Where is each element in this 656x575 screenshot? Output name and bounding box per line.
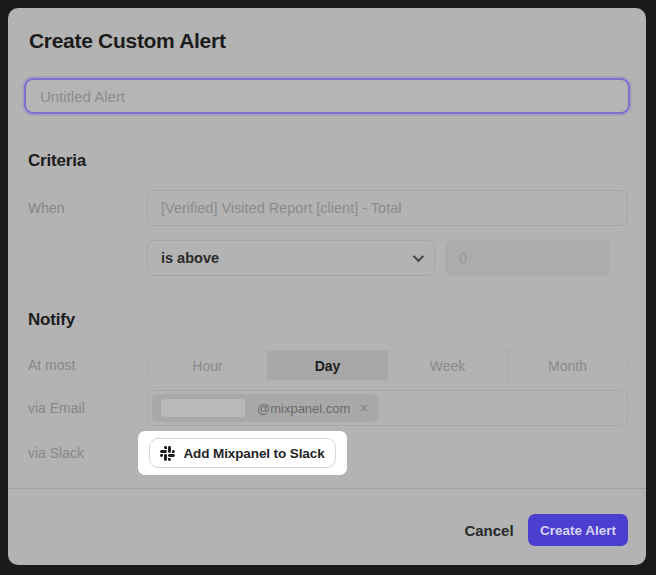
frequency-option-hour[interactable]: Hour (148, 351, 268, 380)
frequency-option-day[interactable]: Day (268, 351, 388, 380)
condition-selected-value: is above (161, 250, 413, 266)
add-mixpanel-to-slack-button[interactable]: Add Mixpanel to Slack (149, 438, 336, 468)
frequency-option-month[interactable]: Month (508, 351, 627, 380)
criteria-heading: Criteria (28, 151, 86, 171)
when-label: When (28, 200, 65, 216)
create-custom-alert-modal: Create Custom Alert Criteria When is abo… (8, 8, 646, 565)
footer-divider (8, 488, 646, 489)
dimmed-backdrop: Create Custom Alert Criteria When is abo… (0, 0, 656, 575)
slack-icon (160, 446, 175, 461)
create-alert-button[interactable]: Create Alert (528, 514, 628, 546)
email-chip: @mixpanel.com ✕ (152, 394, 378, 422)
notify-heading: Notify (28, 310, 75, 330)
alert-name-input[interactable] (24, 78, 630, 114)
cancel-button[interactable]: Cancel (451, 513, 527, 547)
chevron-down-icon (413, 251, 424, 262)
threshold-input[interactable] (445, 240, 610, 276)
redacted-email-username (161, 399, 245, 417)
metric-input[interactable] (147, 190, 628, 226)
via-email-label: via Email (28, 400, 85, 416)
frequency-option-week[interactable]: Week (388, 351, 508, 380)
at-most-label: At most (28, 357, 75, 373)
email-domain-text: @mixpanel.com (257, 401, 350, 416)
slack-spotlight-highlight: Add Mixpanel to Slack (138, 431, 347, 475)
modal-title: Create Custom Alert (29, 29, 226, 53)
slack-button-label: Add Mixpanel to Slack (183, 446, 324, 461)
remove-email-icon[interactable]: ✕ (359, 403, 368, 414)
frequency-segmented-control: Hour Day Week Month (147, 350, 628, 381)
condition-dropdown[interactable]: is above (147, 240, 435, 276)
email-recipients-input[interactable]: @mixpanel.com ✕ (147, 390, 628, 426)
via-slack-label: via Slack (28, 445, 84, 461)
